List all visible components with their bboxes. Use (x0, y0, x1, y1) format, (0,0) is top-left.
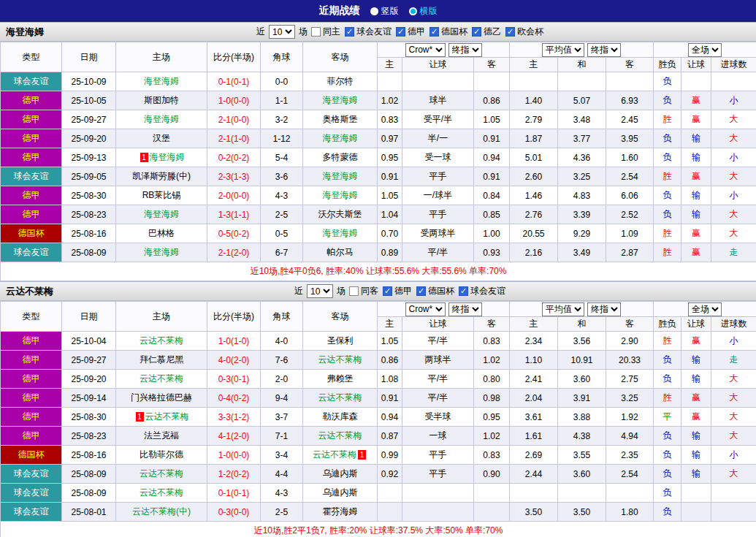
scope-select[interactable]: 全场 (688, 302, 722, 316)
score-cell[interactable]: 0-3(0-1) (207, 370, 261, 389)
avg-source-select[interactable]: 平均值 (542, 302, 584, 316)
checkbox-checked-icon[interactable] (505, 27, 515, 37)
away-team-cell[interactable]: 霍芬海姆 (303, 503, 378, 522)
layout-vertical-option[interactable]: 竖版 (370, 5, 399, 18)
scope-select[interactable]: 全场 (688, 43, 722, 57)
away-team-cell[interactable]: 乌迪内斯 (303, 484, 378, 503)
team-link[interactable]: 海登海姆 (323, 228, 358, 238)
checkbox-checked-icon[interactable] (429, 27, 439, 37)
checkbox-checked-icon[interactable] (459, 286, 468, 296)
team-link[interactable]: 拜仁慕尼黑 (140, 354, 183, 365)
home-team-cell[interactable]: 1海登海姆 (116, 148, 207, 167)
team-link[interactable]: 霍芬海姆 (323, 506, 358, 517)
team-link[interactable]: 海登海姆 (323, 133, 358, 143)
team-link[interactable]: 乌迪内斯 (323, 468, 358, 479)
away-team-cell[interactable]: 勒沃库森 (303, 408, 378, 427)
home-team-cell[interactable]: 拜仁慕尼黑 (116, 351, 207, 370)
avg-time-select[interactable]: 终指 (587, 43, 621, 57)
score-cell[interactable]: 1-2(0-2) (207, 465, 261, 484)
away-team-cell[interactable]: 圣保利 (303, 332, 378, 351)
home-team-cell[interactable]: 云达不莱梅 (116, 332, 207, 351)
home-team-cell[interactable]: 云达不莱梅(中) (116, 503, 207, 522)
odds-source-select[interactable]: Crow* (405, 302, 446, 316)
checkbox-checked-icon[interactable] (416, 286, 426, 296)
score-cell[interactable]: 1-0(0-0) (207, 91, 261, 110)
odds-time-select[interactable]: 终指 (448, 43, 482, 57)
team-link[interactable]: 云达不莱梅 (318, 354, 362, 365)
filter-checkbox-item[interactable]: 德国杯 (429, 26, 467, 38)
recent-count-select[interactable]: 10 (307, 284, 333, 298)
team-link[interactable]: 云达不莱梅 (140, 335, 183, 346)
team-link[interactable]: 海登海姆 (144, 114, 179, 124)
odds-source-select[interactable]: Crow* (405, 43, 446, 57)
radio-unselected-icon[interactable] (370, 7, 378, 15)
team-link[interactable]: 斯图加特 (144, 95, 179, 105)
score-cell[interactable]: 1-3(1-1) (207, 205, 261, 224)
checkbox-checked-icon[interactable] (396, 27, 405, 37)
team-link[interactable]: 汉堡 (153, 133, 170, 143)
score-cell[interactable]: 2-0(0-0) (207, 186, 261, 205)
checkbox-checked-icon[interactable] (383, 286, 392, 296)
team-link[interactable]: 云达不莱梅 (145, 411, 189, 422)
team-link[interactable]: 云达不莱梅 (140, 468, 183, 479)
home-team-cell[interactable]: 汉堡 (116, 129, 207, 148)
away-team-cell[interactable]: 云达不莱梅 (303, 389, 378, 408)
filter-checkbox-item[interactable]: 德甲 (383, 285, 412, 297)
checkbox-checked-icon[interactable] (472, 27, 481, 37)
team-link[interactable]: 云达不莱梅(中) (132, 506, 191, 517)
team-link[interactable]: 沃尔夫斯堡 (318, 209, 362, 219)
team-link[interactable]: 海登海姆 (323, 190, 358, 200)
team-link[interactable]: 云达不莱梅 (313, 449, 356, 460)
score-cell[interactable]: 0-3(0-0) (207, 503, 261, 522)
away-team-cell[interactable]: 海登海姆 (303, 129, 378, 148)
filter-checkbox-item[interactable]: 同客 (349, 285, 378, 297)
away-team-cell[interactable]: 海登海姆 (303, 167, 378, 186)
team-link[interactable]: 乌迪内斯 (323, 487, 358, 498)
team-link[interactable]: RB莱比锡 (142, 190, 181, 200)
score-cell[interactable]: 0-2(0-2) (207, 148, 261, 167)
checkbox-unchecked-icon[interactable] (349, 286, 359, 296)
home-team-cell[interactable]: 海登海姆 (116, 243, 207, 262)
home-team-cell[interactable]: 海登海姆 (116, 205, 207, 224)
team-link[interactable]: 云达不莱梅 (140, 373, 183, 384)
score-cell[interactable]: 4-1(2-0) (207, 427, 261, 446)
team-link[interactable]: 门兴格拉德巴赫 (131, 392, 192, 403)
home-team-cell[interactable]: RB莱比锡 (116, 186, 207, 205)
team-link[interactable]: 凯泽斯劳滕(中) (132, 171, 191, 181)
away-team-cell[interactable]: 云达不莱梅 (303, 351, 378, 370)
team-link[interactable]: 菲尔特 (327, 76, 354, 86)
away-team-cell[interactable]: 帕尔马 (303, 243, 378, 262)
team-link[interactable]: 海登海姆 (323, 95, 358, 105)
team-link[interactable]: 海登海姆 (144, 76, 179, 86)
layout-horizontal-option[interactable]: 横版 (409, 5, 438, 18)
away-team-cell[interactable]: 奥格斯堡 (303, 110, 378, 129)
radio-selected-icon[interactable] (409, 7, 417, 15)
score-cell[interactable]: 1-0(1-0) (207, 332, 261, 351)
home-team-cell[interactable]: 斯图加特 (116, 91, 207, 110)
score-cell[interactable]: 1-0(0-0) (207, 446, 261, 465)
away-team-cell[interactable]: 海登海姆 (303, 224, 378, 243)
team-link[interactable]: 云达不莱梅 (140, 487, 183, 498)
away-team-cell[interactable]: 乌迪内斯 (303, 465, 378, 484)
team-link[interactable]: 勒沃库森 (323, 411, 358, 422)
home-team-cell[interactable]: 比勒菲尔德 (116, 446, 207, 465)
home-team-cell[interactable]: 法兰克福 (116, 427, 207, 446)
away-team-cell[interactable]: 菲尔特 (303, 72, 378, 91)
score-cell[interactable]: 0-1(0-1) (207, 72, 261, 91)
home-team-cell[interactable]: 1云达不莱梅 (116, 408, 207, 427)
team-link[interactable]: 圣保利 (327, 335, 354, 346)
home-team-cell[interactable]: 海登海姆 (116, 72, 207, 91)
filter-checkbox-item[interactable]: 德甲 (396, 26, 425, 38)
filter-checkbox-item[interactable]: 德乙 (472, 26, 501, 38)
avg-time-select[interactable]: 终指 (587, 302, 621, 316)
avg-source-select[interactable]: 平均值 (542, 43, 584, 57)
score-cell[interactable]: 0-4(0-2) (207, 389, 261, 408)
away-team-cell[interactable]: 海登海姆 (303, 91, 378, 110)
team-link[interactable]: 多特蒙德 (323, 152, 358, 162)
team-link[interactable]: 云达不莱梅 (318, 392, 362, 403)
away-team-cell[interactable]: 弗赖堡 (303, 370, 378, 389)
checkbox-checked-icon[interactable] (345, 27, 354, 37)
team-link[interactable]: 云达不莱梅 (318, 430, 362, 441)
home-team-cell[interactable]: 海登海姆 (116, 110, 207, 129)
home-team-cell[interactable]: 云达不莱梅 (116, 465, 207, 484)
